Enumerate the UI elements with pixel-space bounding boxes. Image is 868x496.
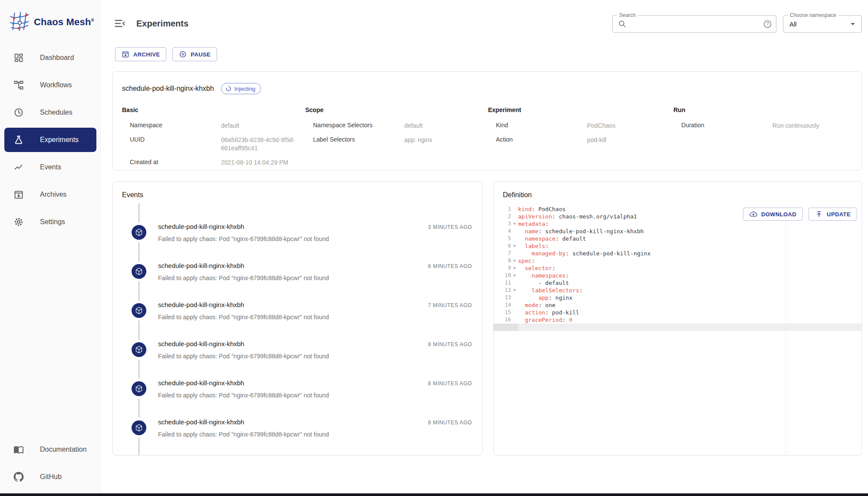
- events-panel: Events schedule-pod-kill-nginx-khxbhFail…: [112, 181, 483, 456]
- schedules-icon: [13, 107, 24, 118]
- code-text: namespaces:: [518, 272, 569, 279]
- fold-arrow-icon[interactable]: ▾: [511, 287, 518, 294]
- event-message: Failed to apply chaos: Pod "nginx-6799fc…: [158, 352, 329, 360]
- namespace-select[interactable]: Choose namespace All: [783, 15, 862, 33]
- line-number: 4: [494, 228, 511, 235]
- event-message: Failed to apply chaos: Pod "nginx-6799fc…: [158, 235, 329, 243]
- code-text: labels:: [518, 242, 548, 250]
- info-row-namespace: Namespacedefault: [122, 119, 305, 133]
- sidebar-item-github[interactable]: GitHub: [4, 465, 96, 489]
- code-line-14[interactable]: 14 mode: one: [494, 301, 861, 309]
- code-text: name: schedule-pod-kill-nginx-khxbh: [518, 228, 644, 235]
- event-message: Failed to apply chaos: Pod "nginx-6799fc…: [158, 391, 329, 400]
- code-line-7[interactable]: 7 managed-by: schedule-pod-kill-nginx: [494, 250, 861, 257]
- fold-arrow-icon[interactable]: ▾: [511, 242, 518, 250]
- sidebar-item-settings[interactable]: Settings: [4, 210, 96, 234]
- event-name: schedule-pod-kill-nginx-khxbh: [158, 301, 329, 309]
- code-text: mode: one: [518, 301, 555, 309]
- search-field[interactable]: Search ?: [612, 15, 776, 33]
- menu-open-icon[interactable]: [114, 17, 126, 30]
- archives-icon: [13, 189, 24, 200]
- dashboard-icon: [13, 53, 24, 63]
- code-line-16[interactable]: 16 gracePeriod: 0: [494, 316, 861, 324]
- sidebar-item-documentation[interactable]: Documentation: [4, 437, 96, 462]
- line-number: 8: [494, 257, 511, 265]
- sidebar-item-label: Archives: [40, 191, 66, 198]
- info-value: pod-kill: [587, 136, 669, 144]
- info-value: 06a5823b-8238-4c9d-9f5d-661eaff95c41: [221, 136, 301, 152]
- code-line-10[interactable]: 10▾ namespaces:: [494, 272, 861, 279]
- brand-logo[interactable]: Chaos Mesh®: [10, 11, 94, 33]
- fold-gutter: [511, 213, 518, 220]
- fold-gutter: [511, 235, 518, 242]
- yaml-editor[interactable]: 1kind: PodChaos2apiVersion: chaos-mesh.o…: [494, 205, 861, 455]
- sidebar-item-events[interactable]: Events: [4, 155, 96, 179]
- code-line-8[interactable]: 8▾spec:: [494, 257, 861, 265]
- search-input[interactable]: [630, 20, 763, 28]
- code-text: - default: [518, 279, 569, 287]
- definition-panel-title: Definition: [494, 191, 861, 199]
- code-line-4[interactable]: 4 name: schedule-pod-kill-nginx-khxbh: [494, 228, 861, 235]
- code-line-5[interactable]: 5 namespace: default: [494, 235, 861, 242]
- sidebar-item-label: GitHub: [40, 473, 62, 481]
- main-content: Experiments Search ? Choose namespace Al…: [101, 0, 868, 493]
- info-label: Action: [496, 136, 587, 143]
- help-icon[interactable]: ?: [763, 20, 772, 28]
- search-icon: [618, 20, 627, 28]
- sidebar-item-label: Dashboard: [40, 54, 74, 62]
- cube-icon: [132, 342, 146, 357]
- archive-button[interactable]: ARCHIVE: [115, 47, 166, 61]
- code-text: namespace: default: [518, 235, 586, 242]
- event-item: schedule-pod-kill-nginx-khxbhFailed to a…: [122, 418, 472, 438]
- status-badge-label: Injecting: [234, 86, 255, 92]
- sidebar-item-archives[interactable]: Archives: [4, 182, 96, 207]
- fold-gutter: [511, 205, 518, 213]
- fold-gutter: [511, 309, 518, 316]
- download-button[interactable]: DOWNLOAD: [743, 208, 803, 221]
- info-label: Created at: [130, 159, 221, 165]
- cube-icon: [132, 225, 146, 240]
- event-name: schedule-pod-kill-nginx-khxbh: [158, 261, 329, 270]
- fold-gutter: [511, 279, 518, 287]
- info-label: Label Selectors: [313, 136, 404, 143]
- fold-arrow-icon[interactable]: ▾: [511, 272, 518, 279]
- cube-icon: [132, 303, 146, 318]
- sidebar-item-dashboard[interactable]: Dashboard: [4, 46, 96, 70]
- sidebar-item-workflows[interactable]: Workflows: [4, 73, 96, 97]
- info-row-created-at: Created at2021-08-10 14:04:29 PM: [122, 155, 305, 170]
- cube-icon: [132, 381, 146, 396]
- info-section-title: Run: [673, 106, 851, 113]
- code-line-9[interactable]: 9▾ selector:: [494, 265, 861, 272]
- event-text: schedule-pod-kill-nginx-khxbhFailed to a…: [158, 261, 329, 282]
- fold-arrow-icon[interactable]: ▾: [511, 220, 518, 228]
- code-text: metadata:: [518, 220, 548, 228]
- info-label: Duration: [681, 122, 772, 129]
- sidebar-item-experiments[interactable]: Experiments: [4, 128, 96, 152]
- code-line-15[interactable]: 15 action: pod-kill: [494, 309, 861, 316]
- sidebar-item-schedules[interactable]: Schedules: [4, 100, 96, 125]
- fold-arrow-icon[interactable]: ▾: [511, 265, 518, 272]
- info-row-uuid: UUID06a5823b-8238-4c9d-9f5d-661eaff95c41: [122, 133, 305, 155]
- code-line-13[interactable]: 13 app: nginx: [494, 294, 861, 301]
- line-number: 11: [494, 279, 511, 287]
- sidebar-item-label: Schedules: [40, 109, 73, 116]
- code-line-12[interactable]: 12▾ labelSelectors:: [494, 287, 861, 294]
- code-line-17[interactable]: 17: [494, 324, 861, 331]
- pause-button[interactable]: PAUSE: [172, 47, 217, 61]
- code-line-3[interactable]: 3▾metadata:: [494, 220, 861, 228]
- code-line-6[interactable]: 6▾ labels:: [494, 242, 861, 250]
- timeline-connector: [139, 438, 139, 455]
- update-button[interactable]: UPDATE: [809, 208, 857, 221]
- line-number: 5: [494, 235, 511, 242]
- workflows-icon: [13, 80, 24, 90]
- event-timestamp: 8 MINUTES AGO: [428, 340, 472, 347]
- info-value: default: [404, 122, 484, 130]
- settings-icon: [13, 217, 24, 227]
- event-item: schedule-pod-kill-nginx-khxbhFailed to a…: [122, 222, 472, 242]
- line-number: 6: [494, 242, 511, 250]
- namespace-select-label: Choose namespace: [788, 12, 838, 18]
- fold-arrow-icon[interactable]: ▾: [511, 257, 518, 265]
- event-text: schedule-pod-kill-nginx-khxbhFailed to a…: [158, 340, 329, 360]
- info-section-basic: BasicNamespacedefaultUUID06a5823b-8238-4…: [122, 106, 305, 170]
- code-line-11[interactable]: 11 - default: [494, 279, 861, 287]
